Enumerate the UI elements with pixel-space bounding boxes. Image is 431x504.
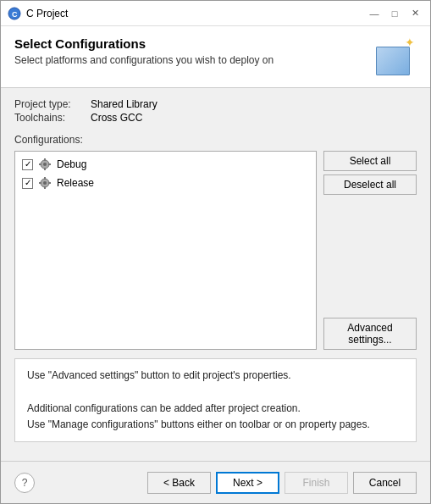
info-line1: Use "Advanced settings" button to edit p…: [27, 368, 404, 384]
debug-checkbox[interactable]: [22, 159, 33, 170]
svg-rect-6: [39, 163, 41, 165]
configurations-label: Configurations:: [14, 134, 417, 146]
help-button[interactable]: ?: [14, 473, 35, 493]
svg-rect-5: [44, 168, 46, 170]
select-all-button[interactable]: Select all: [323, 151, 417, 171]
maximize-button[interactable]: □: [386, 5, 403, 22]
page-subtitle: Select platforms and configurations you …: [14, 54, 274, 66]
info-line3: Additional configurations can be added a…: [27, 401, 404, 417]
project-type-value: Shared Library: [91, 98, 157, 110]
wizard-icon: ✦: [376, 36, 417, 77]
deselect-all-button[interactable]: Deselect all: [323, 174, 417, 195]
svg-text:C: C: [12, 10, 18, 19]
project-info: Project type: Shared Library Toolchains:…: [14, 98, 417, 125]
title-bar: C C Project — □ ✕: [1, 1, 430, 26]
finish-button[interactable]: Finish: [285, 472, 348, 494]
configurations-area: Debug Release: [14, 151, 417, 350]
window-controls: — □ ✕: [366, 5, 423, 22]
next-button[interactable]: Next >: [216, 472, 279, 494]
debug-label: Debug: [57, 158, 86, 170]
footer: ? < Back Next > Finish Cancel: [1, 461, 430, 503]
back-button[interactable]: < Back: [147, 472, 211, 494]
svg-point-9: [43, 181, 47, 185]
content-area: Project type: Shared Library Toolchains:…: [1, 88, 430, 461]
app-icon: C: [8, 7, 21, 20]
release-checkbox[interactable]: [22, 178, 33, 189]
release-gear-icon: [38, 176, 52, 190]
svg-rect-4: [44, 158, 46, 161]
svg-rect-10: [44, 177, 46, 180]
project-type-row: Project type: Shared Library: [14, 98, 417, 110]
debug-gear-icon: [38, 158, 52, 171]
main-window: C C Project — □ ✕ Select Configurations …: [0, 0, 431, 504]
header-text: Select Configurations Select platforms a…: [14, 36, 274, 66]
page-title: Select Configurations: [14, 36, 274, 51]
configurations-list: Debug Release: [14, 151, 317, 350]
window-title: C Project: [26, 8, 366, 19]
toolchains-value: Cross GCC: [91, 112, 142, 124]
cancel-button[interactable]: Cancel: [353, 472, 417, 494]
header: Select Configurations Select platforms a…: [1, 26, 430, 88]
config-action-buttons: Select all Deselect all Advanced setting…: [323, 151, 417, 350]
config-item-release[interactable]: Release: [15, 174, 316, 192]
svg-point-3: [43, 163, 47, 166]
svg-rect-12: [39, 182, 41, 184]
wizard-icon-screen: [376, 47, 410, 75]
minimize-button[interactable]: —: [366, 5, 383, 22]
advanced-settings-button[interactable]: Advanced settings...: [323, 318, 417, 350]
toolchains-row: Toolchains: Cross GCC: [14, 112, 417, 124]
svg-rect-7: [48, 163, 51, 165]
toolchains-label: Toolchains:: [14, 112, 91, 124]
wizard-icon-star: ✦: [405, 36, 417, 48]
release-label: Release: [57, 177, 94, 189]
config-item-debug[interactable]: Debug: [15, 155, 316, 174]
info-line4: Use "Manage configurations" buttons eith…: [27, 417, 404, 433]
navigation-buttons: < Back Next > Finish Cancel: [147, 472, 417, 494]
close-button[interactable]: ✕: [406, 5, 423, 22]
project-type-label: Project type:: [14, 98, 91, 110]
info-area: Use "Advanced settings" button to edit p…: [14, 358, 417, 442]
svg-rect-11: [44, 186, 46, 189]
svg-rect-13: [48, 182, 51, 184]
